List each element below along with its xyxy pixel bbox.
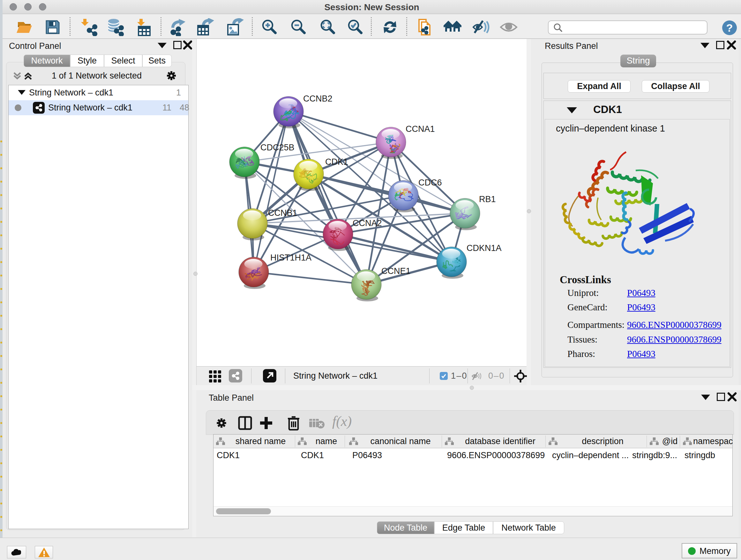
svg-text:CCNB1: CCNB1 [268,208,297,218]
svg-text:CDC6: CDC6 [418,178,442,187]
svg-text:CCNA2: CCNA2 [353,219,382,228]
svg-text:CCNB2: CCNB2 [303,94,333,104]
svg-text:CDK1: CDK1 [325,157,348,167]
svg-text:CDC25B: CDC25B [260,143,294,152]
svg-text:CCNA1: CCNA1 [406,124,435,134]
svg-text:HIST1H1A: HIST1H1A [270,253,312,262]
svg-text:RB1: RB1 [479,194,496,204]
svg-text:CDKN1A: CDKN1A [467,243,502,253]
svg-text:CCNE1: CCNE1 [381,266,411,276]
